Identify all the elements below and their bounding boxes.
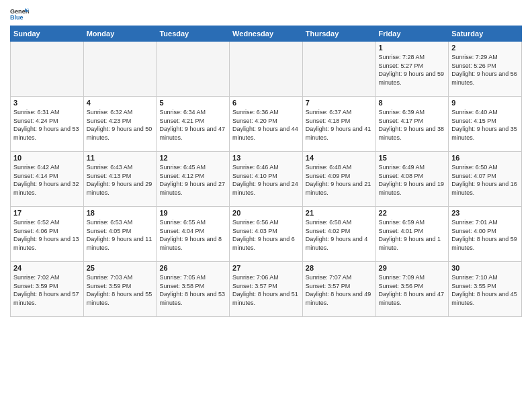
calendar-cell: 12Sunrise: 6:45 AM Sunset: 4:12 PM Dayli… [157, 152, 230, 207]
day-info: Sunrise: 6:36 AM Sunset: 4:20 PM Dayligh… [232, 108, 300, 142]
calendar-week-3: 10Sunrise: 6:42 AM Sunset: 4:14 PM Dayli… [11, 152, 522, 207]
calendar-header-wednesday: Wednesday [230, 26, 303, 42]
day-number: 5 [159, 99, 226, 107]
day-number: 6 [232, 99, 300, 107]
day-info: Sunrise: 6:39 AM Sunset: 4:17 PM Dayligh… [379, 108, 446, 142]
calendar-header-monday: Monday [83, 26, 157, 42]
calendar-cell: 25Sunrise: 7:03 AM Sunset: 3:59 PM Dayli… [83, 262, 157, 317]
calendar-cell [157, 42, 230, 97]
day-number: 9 [451, 99, 519, 107]
calendar-cell: 8Sunrise: 6:39 AM Sunset: 4:17 PM Daylig… [375, 97, 449, 152]
calendar-cell: 23Sunrise: 7:01 AM Sunset: 4:00 PM Dayli… [449, 207, 522, 262]
svg-text:Blue: Blue [10, 14, 24, 21]
calendar-cell [230, 42, 303, 97]
calendar-cell: 21Sunrise: 6:58 AM Sunset: 4:02 PM Dayli… [302, 207, 375, 262]
calendar-cell: 2Sunrise: 7:29 AM Sunset: 5:26 PM Daylig… [449, 42, 522, 97]
calendar-cell [302, 42, 375, 97]
calendar-cell: 9Sunrise: 6:40 AM Sunset: 4:15 PM Daylig… [449, 97, 522, 152]
day-number: 22 [379, 209, 446, 217]
calendar-cell: 30Sunrise: 7:10 AM Sunset: 3:55 PM Dayli… [449, 262, 522, 317]
day-number: 26 [159, 264, 226, 272]
day-info: Sunrise: 6:40 AM Sunset: 4:15 PM Dayligh… [451, 108, 519, 142]
day-info: Sunrise: 6:55 AM Sunset: 4:04 PM Dayligh… [159, 218, 226, 252]
calendar-cell: 13Sunrise: 6:46 AM Sunset: 4:10 PM Dayli… [230, 152, 303, 207]
day-info: Sunrise: 6:45 AM Sunset: 4:12 PM Dayligh… [159, 163, 226, 197]
calendar-week-4: 17Sunrise: 6:52 AM Sunset: 4:06 PM Dayli… [11, 207, 522, 262]
page-container: General Blue SundayMondayTuesdayWednesda… [0, 0, 532, 411]
day-info: Sunrise: 6:43 AM Sunset: 4:13 PM Dayligh… [87, 163, 154, 197]
day-number: 21 [306, 209, 373, 217]
day-info: Sunrise: 7:06 AM Sunset: 3:57 PM Dayligh… [232, 273, 300, 307]
calendar-cell: 4Sunrise: 6:32 AM Sunset: 4:23 PM Daylig… [83, 97, 157, 152]
calendar-cell: 1Sunrise: 7:28 AM Sunset: 5:27 PM Daylig… [375, 42, 449, 97]
day-number: 15 [379, 154, 446, 162]
logo-icon: General Blue [10, 7, 29, 21]
day-info: Sunrise: 7:03 AM Sunset: 3:59 PM Dayligh… [87, 273, 154, 307]
day-number: 4 [87, 99, 154, 107]
day-info: Sunrise: 7:01 AM Sunset: 4:00 PM Dayligh… [451, 218, 519, 252]
calendar: SundayMondayTuesdayWednesdayThursdayFrid… [10, 26, 522, 317]
day-info: Sunrise: 6:56 AM Sunset: 4:03 PM Dayligh… [232, 218, 300, 252]
day-info: Sunrise: 6:49 AM Sunset: 4:08 PM Dayligh… [379, 163, 446, 197]
calendar-header-thursday: Thursday [302, 26, 375, 42]
day-number: 23 [451, 209, 519, 217]
day-info: Sunrise: 7:28 AM Sunset: 5:27 PM Dayligh… [379, 53, 446, 87]
calendar-cell [11, 42, 84, 97]
calendar-cell: 24Sunrise: 7:02 AM Sunset: 3:59 PM Dayli… [11, 262, 84, 317]
calendar-cell: 11Sunrise: 6:43 AM Sunset: 4:13 PM Dayli… [83, 152, 157, 207]
calendar-cell: 10Sunrise: 6:42 AM Sunset: 4:14 PM Dayli… [11, 152, 84, 207]
day-info: Sunrise: 6:50 AM Sunset: 4:07 PM Dayligh… [451, 163, 519, 197]
calendar-header-tuesday: Tuesday [157, 26, 230, 42]
calendar-cell: 27Sunrise: 7:06 AM Sunset: 3:57 PM Dayli… [230, 262, 303, 317]
calendar-header-row: SundayMondayTuesdayWednesdayThursdayFrid… [11, 26, 522, 42]
calendar-cell: 19Sunrise: 6:55 AM Sunset: 4:04 PM Dayli… [157, 207, 230, 262]
day-info: Sunrise: 7:07 AM Sunset: 3:57 PM Dayligh… [306, 273, 373, 307]
calendar-cell: 16Sunrise: 6:50 AM Sunset: 4:07 PM Dayli… [449, 152, 522, 207]
day-info: Sunrise: 6:32 AM Sunset: 4:23 PM Dayligh… [87, 108, 154, 142]
day-info: Sunrise: 7:10 AM Sunset: 3:55 PM Dayligh… [451, 273, 519, 307]
day-info: Sunrise: 7:09 AM Sunset: 3:56 PM Dayligh… [379, 273, 446, 307]
day-info: Sunrise: 6:42 AM Sunset: 4:14 PM Dayligh… [13, 163, 81, 197]
day-info: Sunrise: 7:29 AM Sunset: 5:26 PM Dayligh… [451, 53, 519, 87]
day-info: Sunrise: 6:48 AM Sunset: 4:09 PM Dayligh… [306, 163, 373, 197]
day-number: 28 [306, 264, 373, 272]
day-info: Sunrise: 6:37 AM Sunset: 4:18 PM Dayligh… [306, 108, 373, 142]
day-number: 7 [306, 99, 373, 107]
calendar-week-5: 24Sunrise: 7:02 AM Sunset: 3:59 PM Dayli… [11, 262, 522, 317]
calendar-cell: 29Sunrise: 7:09 AM Sunset: 3:56 PM Dayli… [375, 262, 449, 317]
day-number: 3 [13, 99, 81, 107]
calendar-cell: 18Sunrise: 6:53 AM Sunset: 4:05 PM Dayli… [83, 207, 157, 262]
calendar-cell: 20Sunrise: 6:56 AM Sunset: 4:03 PM Dayli… [230, 207, 303, 262]
calendar-cell: 17Sunrise: 6:52 AM Sunset: 4:06 PM Dayli… [11, 207, 84, 262]
day-number: 27 [232, 264, 300, 272]
calendar-cell: 26Sunrise: 7:05 AM Sunset: 3:58 PM Dayli… [157, 262, 230, 317]
day-number: 20 [232, 209, 300, 217]
calendar-cell: 5Sunrise: 6:34 AM Sunset: 4:21 PM Daylig… [157, 97, 230, 152]
calendar-header-friday: Friday [375, 26, 449, 42]
day-number: 24 [13, 264, 81, 272]
day-info: Sunrise: 7:05 AM Sunset: 3:58 PM Dayligh… [159, 273, 226, 307]
day-number: 18 [87, 209, 154, 217]
day-number: 1 [379, 44, 446, 52]
day-info: Sunrise: 7:02 AM Sunset: 3:59 PM Dayligh… [13, 273, 81, 307]
day-info: Sunrise: 6:34 AM Sunset: 4:21 PM Dayligh… [159, 108, 226, 142]
calendar-cell: 6Sunrise: 6:36 AM Sunset: 4:20 PM Daylig… [230, 97, 303, 152]
calendar-cell: 3Sunrise: 6:31 AM Sunset: 4:24 PM Daylig… [11, 97, 84, 152]
day-info: Sunrise: 6:52 AM Sunset: 4:06 PM Dayligh… [13, 218, 81, 252]
day-number: 17 [13, 209, 81, 217]
calendar-cell: 7Sunrise: 6:37 AM Sunset: 4:18 PM Daylig… [302, 97, 375, 152]
day-number: 10 [13, 154, 81, 162]
calendar-header-sunday: Sunday [11, 26, 84, 42]
day-number: 8 [379, 99, 446, 107]
logo: General Blue [10, 7, 29, 21]
day-info: Sunrise: 6:59 AM Sunset: 4:01 PM Dayligh… [379, 218, 446, 252]
calendar-week-2: 3Sunrise: 6:31 AM Sunset: 4:24 PM Daylig… [11, 97, 522, 152]
day-number: 2 [451, 44, 519, 52]
day-number: 25 [87, 264, 154, 272]
day-number: 16 [451, 154, 519, 162]
calendar-cell: 28Sunrise: 7:07 AM Sunset: 3:57 PM Dayli… [302, 262, 375, 317]
day-info: Sunrise: 6:53 AM Sunset: 4:05 PM Dayligh… [87, 218, 154, 252]
day-number: 11 [87, 154, 154, 162]
day-number: 29 [379, 264, 446, 272]
calendar-week-1: 1Sunrise: 7:28 AM Sunset: 5:27 PM Daylig… [11, 42, 522, 97]
